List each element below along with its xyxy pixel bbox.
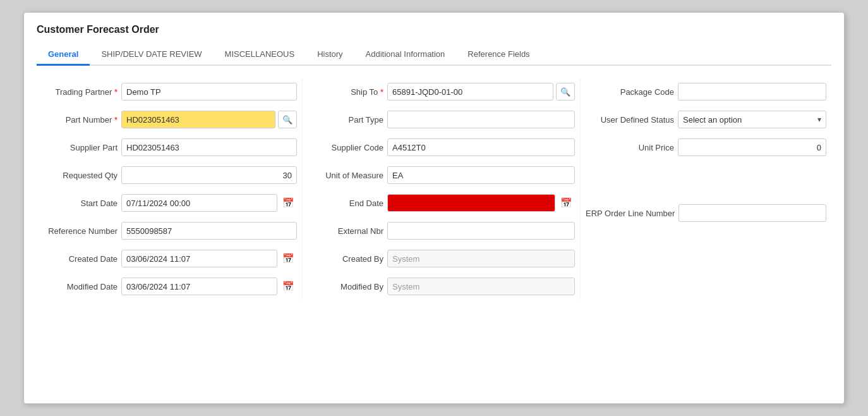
end-date-group: End Date 📅	[303, 190, 580, 216]
main-window: Customer Forecast Order General SHIP/DEL…	[23, 12, 845, 404]
package-code-label: Package Code	[586, 87, 674, 97]
part-type-group: Part Type	[303, 106, 580, 133]
end-date-label: End Date	[308, 199, 383, 208]
tab-general[interactable]: General	[37, 44, 90, 66]
part-number-input[interactable]	[121, 111, 275, 128]
part-number-group: Part Number 🔍	[37, 106, 302, 133]
trading-partner-group: Trading Partner	[37, 78, 302, 105]
part-type-label: Part Type	[308, 115, 383, 125]
supplier-part-group: Supplier Part	[37, 134, 302, 161]
part-number-label: Part Number	[42, 115, 118, 125]
ship-to-group: Ship To 🔍	[303, 78, 580, 105]
erp-order-line-label: ERP Order Line Number	[586, 209, 675, 218]
package-code-input[interactable]	[678, 83, 826, 101]
start-date-input[interactable]	[121, 194, 277, 212]
reference-number-group: Reference Number	[37, 217, 302, 244]
part-type-input[interactable]	[387, 111, 575, 128]
requested-qty-group: Requested Qty	[37, 162, 302, 188]
requested-qty-input[interactable]	[121, 166, 297, 184]
requested-qty-label: Requested Qty	[42, 171, 118, 180]
trading-partner-input[interactable]	[121, 83, 297, 101]
unit-price-input[interactable]	[678, 138, 826, 156]
external-nbr-group: External Nbr	[303, 217, 580, 244]
created-by-label: Created By	[308, 254, 383, 264]
unit-of-measure-group: Unit of Measure	[303, 162, 580, 188]
supplier-code-label: Supplier Code	[308, 143, 383, 152]
start-date-group: Start Date 📅	[37, 190, 302, 216]
unit-of-measure-label: Unit of Measure	[308, 171, 383, 180]
supplier-code-group: Supplier Code	[303, 134, 580, 161]
modified-by-group: Modified By	[303, 273, 580, 300]
package-code-group: Package Code	[581, 78, 831, 105]
tab-reference[interactable]: Reference Fields	[456, 44, 541, 66]
unit-of-measure-input[interactable]	[387, 166, 575, 184]
tab-misc[interactable]: MISCELLANEOUS	[214, 44, 306, 66]
modified-date-input[interactable]	[121, 278, 277, 295]
ship-to-label: Ship To	[308, 87, 383, 97]
modified-by-input	[387, 278, 575, 295]
tab-ship-delv[interactable]: SHIP/DELV DATE REVIEW	[90, 44, 213, 66]
created-date-calendar-btn[interactable]: 📅	[280, 252, 297, 266]
created-by-input	[387, 250, 575, 267]
end-date-input[interactable]	[387, 194, 555, 212]
created-date-input[interactable]	[121, 250, 277, 267]
user-defined-status-select[interactable]: Select an option	[678, 111, 826, 128]
supplier-part-input[interactable]	[121, 138, 297, 156]
start-date-calendar-btn[interactable]: 📅	[280, 196, 297, 210]
reference-number-input[interactable]	[121, 222, 297, 240]
part-number-search-btn[interactable]: 🔍	[278, 111, 297, 128]
end-date-calendar-btn[interactable]: 📅	[558, 196, 575, 210]
modified-date-group: Modified Date 📅	[37, 273, 302, 300]
user-defined-status-group: User Defined Status Select an option	[581, 106, 831, 133]
unit-price-label: Unit Price	[586, 143, 674, 152]
ship-to-search-btn[interactable]: 🔍	[556, 83, 575, 101]
trading-partner-label: Trading Partner	[42, 87, 118, 97]
external-nbr-label: External Nbr	[308, 226, 383, 236]
modified-date-label: Modified Date	[42, 282, 118, 291]
created-date-group: Created Date 📅	[37, 245, 302, 272]
supplier-part-label: Supplier Part	[42, 143, 118, 152]
created-by-group: Created By	[303, 245, 580, 272]
reference-number-label: Reference Number	[42, 226, 118, 236]
erp-order-line-input[interactable]	[678, 204, 826, 222]
modified-by-label: Modified By	[308, 282, 383, 291]
ship-to-input[interactable]	[387, 83, 553, 101]
erp-order-line-group: ERP Order Line Number	[581, 200, 831, 226]
modified-date-calendar-btn[interactable]: 📅	[280, 279, 297, 293]
supplier-code-input[interactable]	[387, 138, 575, 156]
user-defined-status-label: User Defined Status	[586, 115, 674, 125]
unit-price-group: Unit Price	[581, 134, 831, 161]
tab-bar: General SHIP/DELV DATE REVIEW MISCELLANE…	[37, 44, 831, 66]
created-date-label: Created Date	[42, 254, 118, 264]
tab-additional[interactable]: Additional Information	[354, 44, 457, 66]
tab-history[interactable]: History	[306, 44, 354, 66]
external-nbr-input[interactable]	[387, 222, 575, 240]
window-title: Customer Forecast Order	[37, 24, 831, 35]
start-date-label: Start Date	[42, 199, 118, 208]
